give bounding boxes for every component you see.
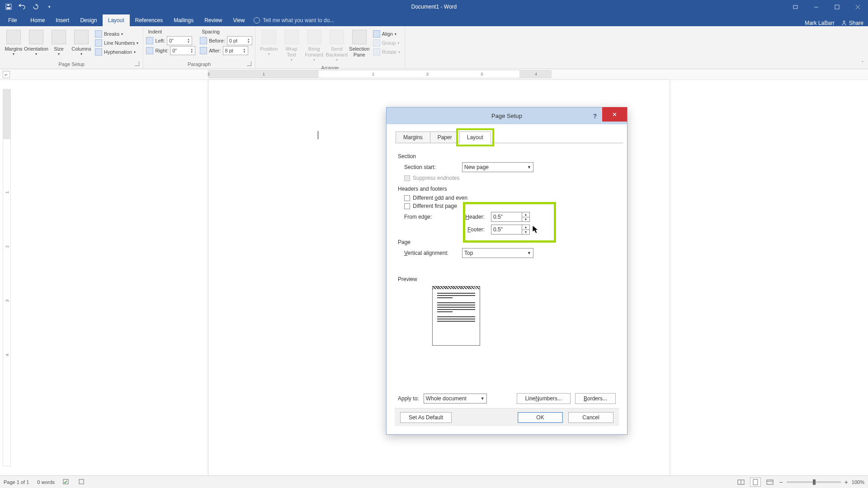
- tab-layout[interactable]: Layout: [103, 14, 130, 26]
- spinner-down-icon[interactable]: ▼: [522, 230, 529, 235]
- share-button[interactable]: Share: [841, 20, 863, 26]
- collapse-ribbon-icon[interactable]: ˆ: [857, 26, 868, 69]
- hyphenation-button[interactable]: Hyphenation▾: [93, 48, 140, 56]
- text-caret: [318, 131, 318, 139]
- footer-distance-spinner[interactable]: 0.5"▲▼: [491, 225, 530, 235]
- spacing-after-field[interactable]: After:8 pt▲▼: [200, 46, 252, 55]
- spinner-down-icon[interactable]: ▼: [522, 217, 529, 222]
- tab-view[interactable]: View: [228, 14, 250, 26]
- suppress-endnotes-checkbox: Suppress endnotes: [404, 175, 616, 181]
- svg-rect-3: [793, 5, 797, 9]
- tell-me-search[interactable]: Tell me what you want to do...: [250, 14, 338, 26]
- line-numbers-dialog-button[interactable]: Line Numbers...: [517, 393, 571, 404]
- checkbox-icon: [404, 203, 410, 209]
- zoom-out-button[interactable]: −: [779, 479, 783, 486]
- group-icon: [373, 39, 380, 47]
- page-count-label[interactable]: Page 1 of 1: [4, 479, 29, 485]
- username-label[interactable]: Mark LaBarr: [805, 20, 835, 26]
- from-edge-label: From edge:: [404, 214, 458, 220]
- margins-button[interactable]: Margins▾: [3, 28, 24, 58]
- send-backward-button: Send Backward▾: [326, 28, 348, 64]
- dialog-tab-margins[interactable]: Margins: [396, 131, 430, 143]
- group-paragraph: Indent Left:0"▲▼ Right:0"▲▼ Spacing Befo…: [143, 26, 255, 69]
- document-title: Document1 - Word: [411, 4, 457, 10]
- different-first-page-checkbox[interactable]: Different first page: [404, 203, 616, 209]
- tab-home[interactable]: Home: [25, 14, 50, 26]
- indent-left-field[interactable]: Left:0"▲▼: [146, 36, 195, 45]
- svg-rect-14: [767, 480, 773, 484]
- svg-rect-2: [7, 5, 9, 6]
- checkbox-icon: [404, 195, 410, 201]
- ruler-vertical[interactable]: 1 2 3 4: [3, 89, 11, 466]
- ruler-horizontal: ⌐ 2 1 1 2 3 4 5: [0, 69, 868, 80]
- preview-heading: Preview: [398, 276, 616, 282]
- close-icon[interactable]: [847, 0, 868, 14]
- dialog-titlebar[interactable]: Page Setup ? ✕: [387, 108, 627, 124]
- section-start-select[interactable]: New page▼: [462, 162, 533, 172]
- dialog-help-icon[interactable]: ?: [588, 109, 602, 123]
- group-page-setup: Margins▾ Orientation▾ Size▾ Columns▾ Bre…: [0, 26, 143, 69]
- orientation-button[interactable]: Orientation▾: [25, 28, 47, 58]
- ribbon-display-icon[interactable]: [785, 0, 806, 14]
- dialog-tab-layout[interactable]: Layout: [459, 131, 491, 143]
- tab-references[interactable]: References: [130, 14, 168, 26]
- svg-rect-13: [753, 479, 758, 485]
- columns-button[interactable]: Columns▾: [71, 28, 92, 58]
- different-odd-even-checkbox[interactable]: Different odd and even: [404, 195, 616, 201]
- macro-icon[interactable]: [78, 479, 85, 486]
- line-numbers-button[interactable]: Line Numbers▾: [93, 39, 140, 47]
- titlebar: ▾ Document1 - Word: [0, 0, 868, 14]
- lightbulb-icon: [254, 17, 260, 23]
- zoom-level-label[interactable]: 100%: [852, 479, 864, 485]
- maximize-icon[interactable]: [826, 0, 847, 14]
- align-button[interactable]: Align▾: [371, 30, 402, 38]
- tab-review[interactable]: Review: [199, 14, 227, 26]
- vertical-alignment-select[interactable]: Top▼: [462, 248, 533, 258]
- svg-rect-10: [79, 479, 84, 484]
- word-count-label[interactable]: 0 words: [37, 479, 55, 485]
- borders-dialog-button[interactable]: Borders...: [575, 393, 616, 404]
- chevron-down-icon: ▼: [481, 396, 485, 401]
- spacing-before-field[interactable]: Before:0 pt▲▼: [200, 36, 252, 45]
- tab-selector[interactable]: ⌐: [3, 71, 10, 78]
- page-setup-launcher[interactable]: [135, 61, 139, 66]
- set-as-default-button[interactable]: Set As Default: [400, 412, 452, 423]
- zoom-slider[interactable]: [787, 481, 841, 483]
- qat-customize-icon[interactable]: ▾: [45, 3, 53, 11]
- hruler[interactable]: 2 1 1 2 3 4 5: [208, 70, 552, 78]
- tab-design[interactable]: Design: [75, 14, 102, 26]
- group-label: Page Setup: [58, 61, 85, 67]
- header-distance-spinner[interactable]: 0.5"▲▼: [491, 212, 530, 222]
- redo-icon[interactable]: [32, 3, 40, 11]
- selection-pane-button[interactable]: Selection Pane: [349, 28, 370, 60]
- preview-thumbnail: [432, 286, 480, 346]
- view-print-layout[interactable]: [750, 478, 761, 487]
- tab-mailings[interactable]: Mailings: [168, 14, 199, 26]
- undo-icon[interactable]: [18, 3, 26, 11]
- view-read-mode[interactable]: [736, 478, 746, 487]
- spinner-up-icon[interactable]: ▲: [522, 212, 529, 217]
- view-web-layout[interactable]: [764, 478, 775, 487]
- save-icon[interactable]: [5, 3, 13, 11]
- cancel-button[interactable]: Cancel: [568, 412, 613, 423]
- dialog-tab-paper[interactable]: Paper: [430, 131, 460, 143]
- minimize-icon[interactable]: [806, 0, 826, 14]
- zoom-in-button[interactable]: +: [844, 479, 848, 486]
- breaks-button[interactable]: Breaks▾: [93, 30, 140, 38]
- apply-to-select[interactable]: Whole document▼: [424, 394, 487, 404]
- spellcheck-icon[interactable]: [63, 479, 70, 486]
- tab-insert[interactable]: Insert: [50, 14, 75, 26]
- rotate-button: Rotate▾: [371, 48, 402, 56]
- headers-footers-heading: Headers and footers: [398, 186, 616, 192]
- page-heading: Page: [398, 239, 616, 245]
- indent-right-field[interactable]: Right:0"▲▼: [146, 46, 195, 55]
- apply-to-label: Apply to:: [398, 395, 419, 402]
- paragraph-launcher[interactable]: [247, 61, 251, 66]
- spinner-up-icon[interactable]: ▲: [522, 225, 529, 230]
- tab-file[interactable]: File: [0, 14, 25, 26]
- size-button[interactable]: Size▾: [48, 28, 70, 58]
- breaks-icon: [95, 30, 102, 38]
- spacing-before-icon: [200, 37, 207, 44]
- dialog-close-button[interactable]: ✕: [602, 107, 627, 122]
- ok-button[interactable]: OK: [518, 412, 563, 423]
